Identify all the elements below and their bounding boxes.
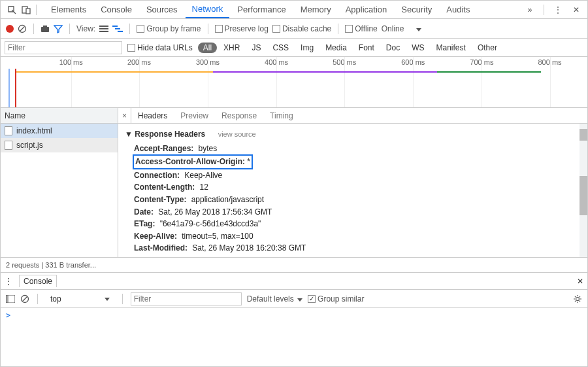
file-icon: [5, 141, 12, 150]
hide-data-urls-checkbox[interactable]: Hide data URLs: [127, 43, 193, 52]
group-by-frame-checkbox[interactable]: Group by frame: [137, 24, 201, 33]
file-icon: [5, 126, 12, 135]
detail-tab-response[interactable]: Response: [215, 108, 263, 123]
console-prompt-icon: >: [6, 311, 10, 320]
tab-application[interactable]: Application: [339, 1, 394, 18]
request-row[interactable]: index.html: [1, 124, 118, 138]
disable-cache-checkbox[interactable]: Disable cache: [272, 24, 331, 33]
tab-elements[interactable]: Elements: [44, 1, 93, 18]
response-header-row: Date: Sat, 26 May 2018 17:56:34 GMT: [125, 206, 581, 218]
detail-tab-headers[interactable]: Headers: [131, 108, 174, 123]
inspect-icon[interactable]: [5, 3, 19, 17]
filter-type-xhr[interactable]: XHR: [218, 43, 245, 53]
capture-screenshots-icon[interactable]: [41, 25, 50, 33]
request-name: index.html: [16, 126, 52, 135]
kebab-menu-icon[interactable]: ⋮: [551, 3, 565, 17]
svg-rect-9: [112, 26, 118, 27]
filter-type-img[interactable]: Img: [295, 43, 319, 53]
tab-console[interactable]: Console: [94, 1, 139, 18]
response-header-row: Content-Type: application/javascript: [125, 194, 581, 206]
throttling-select[interactable]: Online: [382, 24, 421, 33]
filter-toggle-icon[interactable]: [54, 24, 63, 33]
svg-rect-10: [115, 28, 120, 29]
name-column-header[interactable]: Name: [1, 108, 118, 124]
record-button[interactable]: [6, 25, 14, 33]
timeline-marker: [15, 69, 16, 107]
tab-audits[interactable]: Audits: [440, 1, 476, 18]
context-selector[interactable]: top: [46, 293, 114, 305]
filter-type-all[interactable]: All: [198, 43, 217, 53]
timeline-segment: [213, 71, 437, 73]
filter-type-ws[interactable]: WS: [406, 43, 429, 53]
response-header-row: Access-Control-Allow-Origin: *: [125, 154, 581, 169]
tab-performance[interactable]: Performance: [231, 1, 292, 18]
view-label: View:: [76, 24, 95, 33]
tab-sources[interactable]: Sources: [140, 1, 184, 18]
large-rows-icon[interactable]: [99, 25, 108, 33]
device-toggle-icon[interactable]: [19, 3, 33, 17]
tab-security[interactable]: Security: [395, 1, 438, 18]
response-header-row: Accept-Ranges: bytes: [125, 143, 581, 155]
svg-point-16: [576, 297, 580, 300]
svg-rect-11: [118, 31, 123, 32]
console-sidebar-toggle-icon[interactable]: [6, 295, 15, 303]
scrollbar[interactable]: [580, 124, 587, 257]
panel-tabs: ElementsConsoleSourcesNetworkPerformance…: [44, 1, 523, 18]
drawer-tab-console[interactable]: Console: [19, 275, 57, 287]
offline-checkbox[interactable]: Offline: [345, 24, 377, 33]
timeline-segment: [437, 71, 541, 73]
svg-rect-7: [99, 28, 108, 29]
timeline-marker: [8, 69, 10, 107]
status-bar: 2 requests | 331 B transfer...: [1, 257, 587, 273]
console-body[interactable]: >: [1, 308, 587, 323]
more-tabs-icon[interactable]: »: [523, 3, 537, 17]
request-row[interactable]: script.js: [1, 138, 118, 152]
filter-type-css[interactable]: CSS: [267, 43, 294, 53]
network-filter-input[interactable]: [5, 41, 122, 54]
filter-type-js[interactable]: JS: [246, 43, 266, 53]
svg-rect-8: [99, 31, 108, 32]
detail-tab-timing[interactable]: Timing: [263, 108, 300, 123]
svg-rect-13: [6, 295, 8, 303]
waterfall-view-icon[interactable]: [112, 25, 123, 33]
svg-rect-4: [41, 27, 49, 32]
headers-panel: ▼ Response Headers view source Accept-Ra…: [118, 124, 587, 257]
close-drawer-icon[interactable]: ✕: [577, 277, 583, 286]
section-caret-icon: ▼: [125, 130, 133, 139]
clear-button[interactable]: [18, 24, 27, 33]
filter-type-media[interactable]: Media: [320, 43, 352, 53]
svg-line-3: [20, 26, 25, 31]
request-name: script.js: [16, 141, 43, 150]
filter-type-font[interactable]: Font: [353, 43, 380, 53]
response-header-row: Last-Modified: Sat, 26 May 2018 16:20:38…: [125, 242, 581, 254]
console-filter-input[interactable]: [131, 292, 242, 306]
log-levels-select[interactable]: Default levels: [247, 294, 302, 304]
group-similar-checkbox[interactable]: Group similar: [308, 294, 364, 304]
close-devtools-icon[interactable]: ✕: [569, 3, 583, 17]
clear-console-icon[interactable]: [20, 294, 29, 304]
response-header-row: Keep-Alive: timeout=5, max=100: [125, 230, 581, 243]
preserve-log-checkbox[interactable]: Preserve log: [215, 24, 269, 33]
svg-rect-1: [26, 9, 30, 14]
svg-line-15: [23, 296, 27, 301]
response-header-row: ETag: "6e41a79-c-56d1e43dccd3a": [125, 218, 581, 230]
response-header-row: Server: Apache: [125, 254, 581, 257]
timeline-segment: [16, 71, 213, 73]
console-settings-icon[interactable]: [573, 294, 582, 304]
timeline-overview[interactable]: 100 ms200 ms300 ms400 ms500 ms600 ms700 …: [1, 57, 587, 108]
svg-rect-6: [99, 26, 108, 27]
detail-tab-preview[interactable]: Preview: [174, 108, 215, 123]
svg-rect-5: [43, 26, 47, 27]
response-header-row: Connection: Keep-Alive: [125, 169, 581, 182]
close-detail-pane-icon[interactable]: ×: [118, 108, 131, 123]
view-source-link[interactable]: view source: [218, 130, 256, 138]
tab-network[interactable]: Network: [186, 1, 230, 18]
tab-memory[interactable]: Memory: [294, 1, 338, 18]
drawer-menu-icon[interactable]: ⋮: [5, 277, 12, 286]
filter-type-other[interactable]: Other: [472, 43, 502, 53]
response-header-row: Content-Length: 12: [125, 181, 581, 194]
filter-type-doc[interactable]: Doc: [381, 43, 405, 53]
response-headers-section[interactable]: ▼ Response Headers view source: [125, 126, 581, 143]
filter-type-manifest[interactable]: Manifest: [431, 43, 471, 53]
